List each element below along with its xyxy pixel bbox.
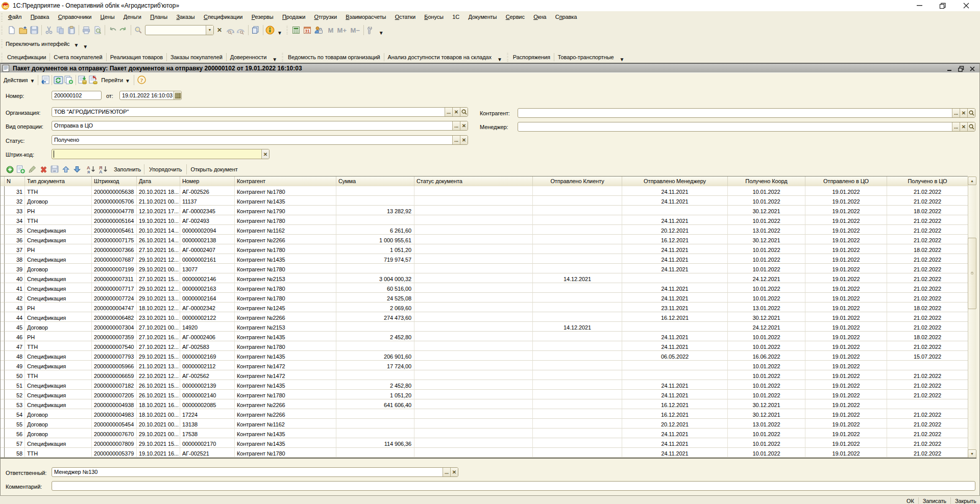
- svg-text:31: 31: [305, 29, 310, 34]
- svg-text:?: ?: [140, 77, 143, 83]
- svg-text:ок: ок: [53, 169, 56, 172]
- svg-text:1C: 1C: [4, 4, 9, 9]
- svg-text:А: А: [99, 169, 103, 174]
- svg-text:я: я: [87, 169, 90, 174]
